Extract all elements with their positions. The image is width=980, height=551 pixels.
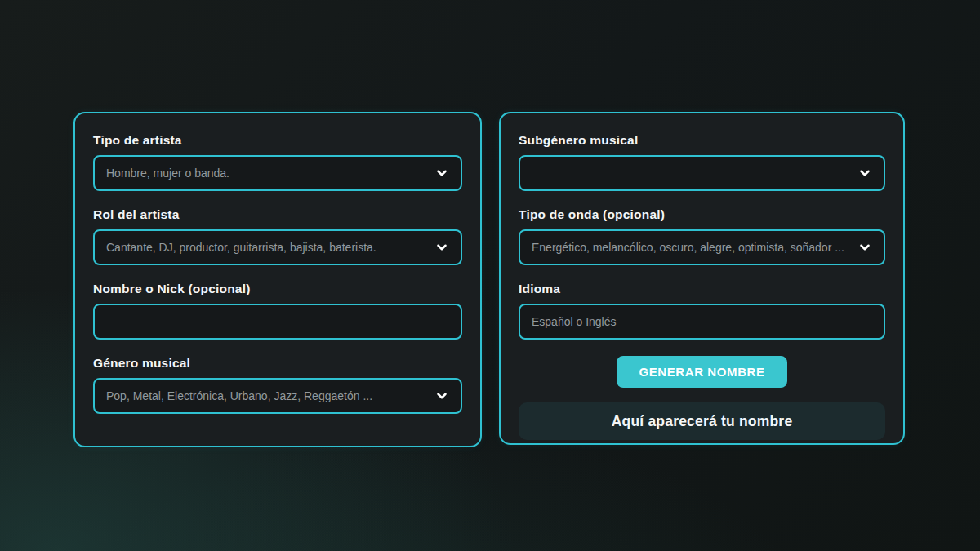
chevron-down-icon: [858, 240, 872, 255]
field-rol-del-artista: Rol del artista Cantante, DJ, productor,…: [93, 207, 462, 265]
chevron-down-icon: [858, 166, 872, 180]
rol-del-artista-select-value: Cantante, DJ, productor, guitarrista, ba…: [106, 241, 376, 254]
style-and-output-panel: Subgénero musical Tipo de onda (opcional…: [499, 112, 905, 445]
field-nombre-o-nick: Nombre o Nick (opcional): [93, 282, 462, 340]
chevron-down-icon: [434, 166, 449, 180]
field-subgenero-musical: Subgénero musical: [519, 133, 885, 191]
actions-row: GENERAR NOMBRE: [519, 356, 885, 388]
tipo-de-artista-select-value: Hombre, mujer o banda.: [106, 167, 229, 180]
tipo-de-onda-select-value: Energético, melancólico, oscuro, alegre,…: [532, 241, 844, 254]
field-tipo-de-onda: Tipo de onda (opcional) Energético, mela…: [519, 207, 885, 265]
genero-musical-select[interactable]: Pop, Metal, Electrónica, Urbano, Jazz, R…: [93, 378, 462, 414]
generate-name-button[interactable]: GENERAR NOMBRE: [617, 356, 786, 388]
subgenero-musical-label: Subgénero musical: [519, 133, 885, 148]
artist-details-panel: Tipo de artista Hombre, mujer o banda. R…: [74, 112, 482, 447]
genero-musical-select-value: Pop, Metal, Electrónica, Urbano, Jazz, R…: [106, 389, 372, 402]
idioma-label: Idioma: [519, 282, 885, 296]
rol-del-artista-label: Rol del artista: [93, 207, 462, 222]
subgenero-musical-select[interactable]: [519, 155, 885, 191]
generated-name-placeholder-text: Aquí aparecerá tu nombre: [612, 413, 793, 430]
tipo-de-artista-label: Tipo de artista: [93, 133, 462, 148]
rol-del-artista-select[interactable]: Cantante, DJ, productor, guitarrista, ba…: [93, 229, 462, 265]
tipo-de-onda-label: Tipo de onda (opcional): [519, 207, 885, 222]
tipo-de-onda-select[interactable]: Energético, melancólico, oscuro, alegre,…: [519, 229, 885, 265]
generated-name-result-box: Aquí aparecerá tu nombre: [519, 402, 885, 440]
idioma-input[interactable]: [519, 304, 885, 340]
field-genero-musical: Género musical Pop, Metal, Electrónica, …: [93, 356, 462, 414]
field-idioma: Idioma: [519, 282, 885, 340]
tipo-de-artista-select[interactable]: Hombre, mujer o banda.: [93, 155, 462, 191]
nombre-o-nick-input[interactable]: [93, 304, 462, 340]
chevron-down-icon: [434, 240, 449, 255]
field-tipo-de-artista: Tipo de artista Hombre, mujer o banda.: [93, 133, 462, 191]
nombre-o-nick-label: Nombre o Nick (opcional): [93, 282, 462, 296]
genero-musical-label: Género musical: [93, 356, 462, 371]
chevron-down-icon: [434, 389, 449, 403]
